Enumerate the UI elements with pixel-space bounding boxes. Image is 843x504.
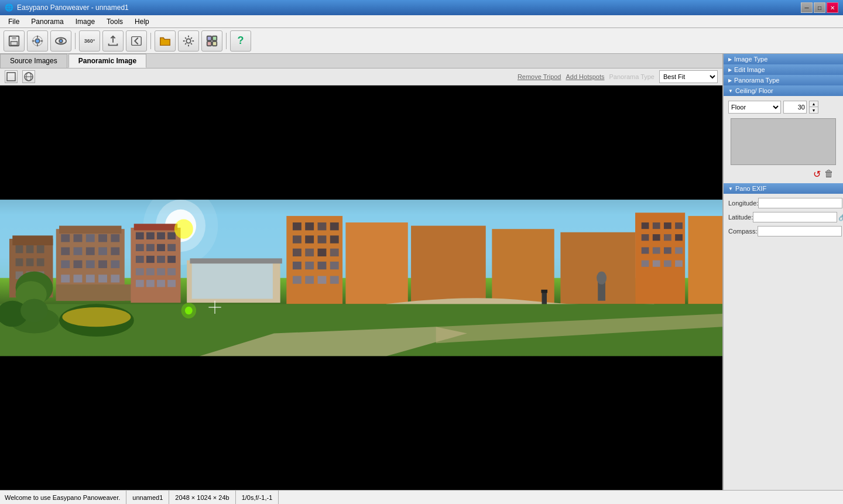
save-button[interactable] xyxy=(4,30,25,52)
floor-spin-down[interactable]: ▼ xyxy=(810,107,818,113)
section-ceiling-floor-header[interactable]: ▼ Ceiling/ Floor xyxy=(724,85,843,96)
left-panel: Source Images Panoramic Image Remove Tri… xyxy=(0,54,723,490)
svg-rect-37 xyxy=(74,234,83,242)
longitude-input[interactable] xyxy=(758,198,842,208)
close-button[interactable]: ✕ xyxy=(827,2,838,13)
svg-rect-56 xyxy=(56,284,137,301)
svg-rect-112 xyxy=(688,216,722,304)
fit-select[interactable]: Best Fit Fit Width Fit Height 100% 50% xyxy=(659,70,718,83)
compass-label: Compass: xyxy=(728,228,758,235)
svg-rect-64 xyxy=(157,232,165,239)
svg-rect-28 xyxy=(16,258,23,266)
ceiling-floor-label: Ceiling/ Floor xyxy=(735,87,773,94)
menu-tools[interactable]: Tools xyxy=(101,16,129,27)
svg-point-6 xyxy=(59,39,63,43)
svg-rect-108 xyxy=(411,226,486,304)
section-pano-exif-header[interactable]: ▼ Pano EXIF xyxy=(724,183,843,194)
svg-point-130 xyxy=(597,272,606,284)
image-type-arrow: ▶ xyxy=(728,57,732,62)
latitude-input[interactable] xyxy=(753,212,837,222)
svg-rect-81 xyxy=(167,280,176,287)
remove-tripod-link[interactable]: Remove Tripod xyxy=(518,73,561,80)
tab-source-images[interactable]: Source Images xyxy=(0,54,67,68)
view-controls: Remove Tripod Add Hotspots Panorama Type… xyxy=(0,68,722,85)
svg-rect-74 xyxy=(136,268,144,275)
back-button[interactable] xyxy=(126,30,147,52)
svg-rect-26 xyxy=(26,245,34,253)
toolbar-separator-3 xyxy=(226,33,227,49)
svg-rect-68 xyxy=(157,244,165,251)
floor-spinner: ▲ ▼ xyxy=(809,101,818,114)
image-view[interactable] xyxy=(0,85,722,490)
svg-rect-127 xyxy=(664,260,671,267)
square-view-button[interactable] xyxy=(5,70,18,83)
svg-rect-38 xyxy=(86,234,95,242)
svg-rect-132 xyxy=(541,290,547,293)
svg-rect-11 xyxy=(207,41,211,45)
latitude-row: Latitude: 🔗 xyxy=(728,210,838,224)
svg-rect-35 xyxy=(59,226,121,234)
compass-input[interactable] xyxy=(758,226,842,236)
svg-rect-54 xyxy=(98,275,107,282)
360-button[interactable]: 360° xyxy=(79,30,100,52)
ceiling-floor-row: Floor Ceiling 30 ▲ ▼ xyxy=(728,98,838,116)
svg-point-135 xyxy=(62,307,131,327)
minimize-button[interactable]: ─ xyxy=(801,2,813,13)
tab-panoramic-image[interactable]: Panoramic Image xyxy=(68,54,146,68)
status-filename: unnamed1 xyxy=(126,491,169,504)
section-panorama-type-header[interactable]: ▶ Panorama Type xyxy=(724,75,843,85)
svg-rect-53 xyxy=(86,275,95,282)
right-panel: ▶ Image Type ▶ Edit Image ▶ Panorama Typ… xyxy=(723,54,843,490)
sphere-view-button[interactable] xyxy=(22,70,35,83)
svg-rect-10 xyxy=(213,36,217,40)
main-content: Source Images Panoramic Image Remove Tri… xyxy=(0,54,843,490)
menu-image[interactable]: Image xyxy=(70,16,101,27)
ceiling-floor-content: Floor Ceiling 30 ▲ ▼ ↺ 🗑 xyxy=(724,96,843,183)
refresh-preview-button[interactable]: ↺ xyxy=(813,169,821,180)
svg-rect-95 xyxy=(330,235,339,243)
panorama-type-label: Panorama Type xyxy=(609,73,654,80)
svg-rect-94 xyxy=(318,235,327,243)
svg-rect-98 xyxy=(318,249,327,256)
svg-rect-123 xyxy=(664,247,671,253)
title-bar-left: 🌐 Easypano Panoweaver - unnamed1 xyxy=(5,4,129,12)
open-button[interactable] xyxy=(155,30,176,52)
svg-rect-62 xyxy=(136,232,144,239)
svg-rect-97 xyxy=(305,249,314,256)
maximize-button[interactable]: □ xyxy=(814,2,825,13)
publish-button[interactable] xyxy=(102,30,124,52)
menu-help[interactable]: Help xyxy=(129,16,155,27)
add-hotspots-link[interactable]: Add Hotspots xyxy=(566,73,604,80)
eye-button[interactable] xyxy=(50,30,71,52)
longitude-label: Longitude: xyxy=(728,200,758,207)
floor-ceiling-select[interactable]: Floor Ceiling xyxy=(728,101,781,114)
svg-rect-39 xyxy=(98,234,107,242)
section-edit-image-header[interactable]: ▶ Edit Image xyxy=(724,64,843,75)
svg-rect-29 xyxy=(26,258,34,266)
svg-point-140 xyxy=(181,303,197,318)
image-type-label: Image Type xyxy=(734,56,767,63)
title-bar-text: Easypano Panoweaver - unnamed1 xyxy=(17,4,129,12)
menu-file[interactable]: File xyxy=(2,16,25,27)
stitch-button[interactable] xyxy=(27,30,48,52)
menu-panorama[interactable]: Panorama xyxy=(25,16,69,27)
delete-preview-button[interactable]: 🗑 xyxy=(824,169,834,180)
settings-button[interactable] xyxy=(178,30,199,52)
floor-spin-up[interactable]: ▲ xyxy=(810,101,818,107)
floor-value-input[interactable]: 30 xyxy=(783,101,807,114)
pano-exif-content: Longitude: 🔗 Latitude: 🔗 Compass: 🔗 xyxy=(724,194,843,241)
help-button[interactable]: ? xyxy=(230,30,251,52)
toolbar: 360° ? xyxy=(0,28,843,54)
svg-point-3 xyxy=(35,39,39,43)
panorama-type-section-label: Panorama Type xyxy=(734,77,779,84)
section-image-type-header[interactable]: ▶ Image Type xyxy=(724,54,843,64)
svg-rect-125 xyxy=(642,260,649,267)
svg-rect-99 xyxy=(330,249,339,256)
cog2-button[interactable] xyxy=(201,30,222,52)
svg-rect-55 xyxy=(111,275,119,282)
svg-rect-65 xyxy=(167,232,176,239)
svg-rect-46 xyxy=(61,260,70,268)
status-bar: Welcome to use Easypano Panoweaver. unna… xyxy=(0,490,843,504)
edit-image-arrow: ▶ xyxy=(728,67,732,73)
svg-rect-66 xyxy=(136,244,144,251)
